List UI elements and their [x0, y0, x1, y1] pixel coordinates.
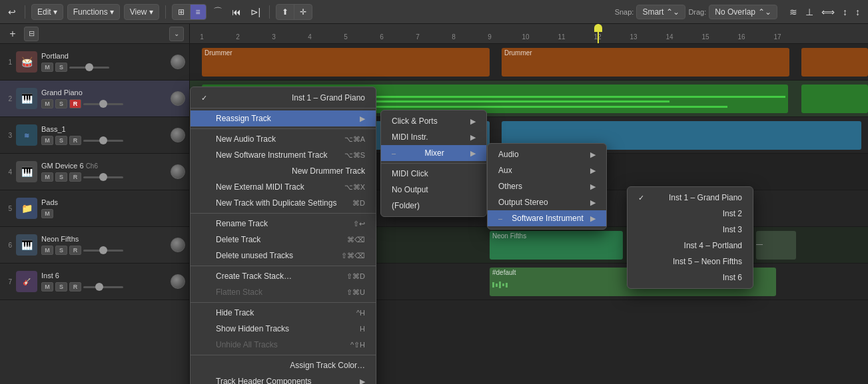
curve-tool-button[interactable]: ⌒ [211, 4, 225, 20]
record-button[interactable]: R [69, 136, 81, 145]
track-row[interactable]: 4 🎹 GM Device 6 Ch6 M S R [0, 154, 189, 190]
menu-item-track-header-components[interactable]: Track Header Components ▶ [191, 373, 376, 384]
menu-item-inst4-portland[interactable]: Inst 4 – Portland [628, 238, 753, 254]
volume-slider[interactable] [83, 250, 123, 252]
playhead[interactable] [598, 24, 599, 43]
menu-item-show-hidden-tracks[interactable]: Show Hidden Tracks H [191, 321, 376, 337]
mute-button[interactable]: M [41, 172, 53, 182]
record-button[interactable]: R [69, 282, 81, 291]
add-track-button[interactable]: + [5, 27, 20, 41]
pan-knob[interactable] [171, 164, 185, 179]
menu-item-hide-track[interactable]: Hide Track ^H [191, 305, 376, 321]
track-name: Pads [41, 198, 185, 206]
menu-item-assign-track-color[interactable]: Assign Track Color… [191, 357, 376, 373]
solo-button[interactable]: S [55, 246, 67, 255]
view-menu-button[interactable]: View ▾ [124, 4, 159, 20]
ruler-mark-5: 5 [344, 33, 348, 41]
track-folder-button[interactable]: ⊟ [24, 27, 39, 41]
menu-item-inst6[interactable]: Inst 6 [628, 270, 753, 286]
menu-item-delete-unused-tracks[interactable]: Delete unused Tracks ⇧⌘⌫ [191, 248, 376, 264]
volume-slider[interactable] [83, 176, 123, 178]
functions-menu-button[interactable]: Functions ▾ [67, 4, 120, 20]
loop-button[interactable]: ⏮ [229, 4, 244, 20]
solo-button[interactable]: S [55, 282, 67, 291]
undo-button[interactable]: ↩ [5, 4, 19, 20]
menu-item-create-track-stack[interactable]: Create Track Stack… ⇧⌘D [191, 268, 376, 284]
scroll-btn[interactable]: ↕ [840, 4, 850, 20]
menu-item-output-stereo[interactable]: Output Stereo ▶ [488, 194, 606, 210]
volume-slider[interactable] [69, 67, 109, 69]
solo-button[interactable]: S [55, 136, 67, 145]
menu-item-inst2[interactable]: Inst 2 [628, 206, 753, 222]
pencil-tool-button[interactable]: ✛ [294, 5, 312, 19]
menu-item-delete-track[interactable]: Delete Track ⌘⌫ [191, 232, 376, 248]
pan-knob[interactable] [171, 128, 185, 142]
menu-item-inst3[interactable]: Inst 3 [628, 222, 753, 238]
menu-item-folder[interactable]: (Folder) [381, 198, 486, 214]
pan-knob[interactable] [171, 91, 185, 106]
drag-value-button[interactable]: No Overlap ⌃⌄ [709, 5, 777, 19]
menu-item-reassign-track[interactable]: Reassign Track ▶ [191, 110, 376, 126]
goto-btn[interactable]: ⟺ [819, 4, 837, 20]
menu-item-no-output[interactable]: No Output [381, 182, 486, 198]
mute-button[interactable]: M [41, 282, 53, 291]
menu-item-new-external-midi[interactable]: New External MIDI Track ⌥⌘X [191, 179, 376, 195]
mute-button[interactable]: M [41, 246, 53, 255]
track-row[interactable]: 6 🎹 Neon Fifths M S R [0, 227, 189, 264]
menu-item-others[interactable]: Others ▶ [488, 178, 606, 194]
clip-drummer-1[interactable]: Drummer // inline waveform bars for drum… [202, 48, 490, 77]
menu-item-new-audio[interactable]: New Audio Track ⌥⌘A [191, 131, 376, 147]
clip-neon-1[interactable]: Neon Fifths [490, 231, 623, 260]
menu-item-new-drummer[interactable]: New Drummer Track [191, 163, 376, 179]
track-row[interactable]: 2 🎹 Grand Piano M S R [0, 81, 189, 117]
edit-menu-button[interactable]: Edit ▾ [31, 4, 63, 20]
snap-value-button[interactable]: Smart ⌃⌄ [636, 5, 685, 19]
pan-knob[interactable] [171, 55, 185, 69]
normalize-icon-btn[interactable]: ⊥ [803, 4, 816, 20]
track-row[interactable]: 5 📁 Pads M [0, 190, 189, 227]
grid-view-button[interactable]: ⊞ [173, 5, 191, 19]
expand-headers-button[interactable]: ⌄ [169, 27, 184, 41]
clip-drummer-3[interactable] [801, 48, 868, 77]
mute-button[interactable]: M [41, 63, 53, 72]
volume-slider[interactable] [83, 103, 123, 105]
menu-item-audio[interactable]: Audio ▶ [488, 146, 606, 162]
mute-button[interactable]: M [41, 99, 53, 108]
pan-knob[interactable] [171, 238, 185, 252]
menu-item-mixer[interactable]: – Mixer ▶ [381, 145, 486, 161]
solo-button[interactable]: S [55, 99, 67, 108]
solo-button[interactable]: S [55, 172, 67, 182]
clip-piano-2[interactable] [801, 85, 868, 113]
menu-item-midi-click[interactable]: MIDI Click [381, 166, 486, 182]
list-view-button[interactable]: ≡ [191, 5, 206, 19]
track-row[interactable]: 7 🎸 Inst 6 M S R [0, 264, 189, 300]
track-row[interactable]: 3 ≋ Bass_1 M S R [0, 117, 189, 154]
record-button[interactable]: R [69, 246, 81, 255]
pan-knob[interactable] [171, 274, 185, 289]
mute-button[interactable]: M [41, 136, 53, 145]
menu-item-software-instrument[interactable]: – Software Instrument ▶ [488, 210, 606, 226]
menu-item-inst1-checked[interactable]: Inst 1 – Grand Piano [191, 90, 376, 106]
menu-item-inst1-grand-piano[interactable]: Inst 1 – Grand Piano [628, 190, 753, 206]
menu-item-label: Unhide All Tracks [216, 340, 278, 349]
volume-slider[interactable] [83, 140, 123, 142]
menu-item-inst5-neon-fifths[interactable]: Inst 5 – Neon Fifths [628, 254, 753, 270]
solo-button[interactable]: S [55, 63, 67, 72]
zoom-btn[interactable]: ↕ [853, 4, 863, 20]
menu-item-new-software-instrument[interactable]: New Software Instrument Track ⌥⌘S [191, 147, 376, 163]
pointer-tool-button[interactable]: ⬆ [276, 5, 294, 19]
mute-button[interactable]: M [41, 209, 53, 218]
menu-item-midi-instr[interactable]: MIDI Instr. ▶ [381, 129, 486, 145]
ruler-mark-15: 15 [701, 33, 709, 41]
menu-item-aux[interactable]: Aux ▶ [488, 162, 606, 178]
waveform-icon-btn[interactable]: ≋ [787, 4, 800, 20]
menu-item-rename-track[interactable]: Rename Track ⇧↩ [191, 216, 376, 232]
volume-slider[interactable] [83, 286, 123, 288]
track-row[interactable]: 1 🥁 Portland M S [0, 44, 189, 81]
capture-button[interactable]: ⊳| [248, 4, 264, 20]
record-button[interactable]: R [69, 99, 81, 108]
clip-drummer-2[interactable]: Drummer [502, 48, 789, 77]
menu-item-click-ports[interactable]: Click & Ports ▶ [381, 113, 486, 129]
menu-item-new-duplicate[interactable]: New Track with Duplicate Settings ⌘D [191, 195, 376, 211]
record-button[interactable]: R [69, 172, 81, 182]
